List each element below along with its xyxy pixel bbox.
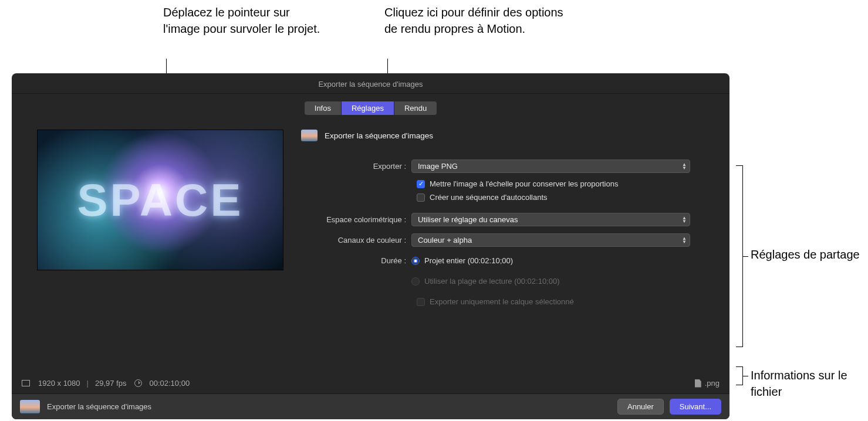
bracket-settings-line <box>743 256 748 257</box>
scale-checkbox[interactable]: ✓ <box>417 180 425 188</box>
bracket-fileinfo-line <box>743 376 748 376</box>
chevron-updown-icon: ▲▼ <box>682 163 687 170</box>
settings-panel: Exporter la séquence d'images Exporter :… <box>301 130 712 311</box>
colorspace-label: Espace colorimétrique : <box>301 215 411 224</box>
duration-full-radio[interactable] <box>411 257 420 265</box>
colorspace-value: Utiliser le réglage du canevas <box>418 215 518 224</box>
preset-icon <box>301 130 318 141</box>
footer-info: 1920 x 1080 | 29,97 fps 00:02:10;00 .png <box>22 379 720 388</box>
dimensions-icon <box>22 380 30 386</box>
callout-file-info: Informations sur le fichier <box>751 367 868 400</box>
footer-thumbnail <box>20 400 40 413</box>
duration-range-radio <box>411 277 420 286</box>
file-icon <box>695 379 701 388</box>
bracket-settings <box>736 165 743 347</box>
export-format-select[interactable]: Image PNG ▲▼ <box>411 159 690 173</box>
sticker-checkbox[interactable] <box>417 193 425 202</box>
file-ext-value: .png <box>705 379 720 388</box>
sticker-checkbox-label: Créer une séquence d'autocollants <box>430 193 548 202</box>
tab-infos[interactable]: Infos <box>305 101 341 115</box>
callout-preview: Déplacez le pointeur sur l'image pour su… <box>163 4 327 37</box>
scale-checkbox-label: Mettre l'image à l'échelle pour conserve… <box>430 179 618 188</box>
settings-header: Exporter la séquence d'images <box>301 130 712 141</box>
fps-value: 29,97 fps <box>95 379 127 388</box>
export-label: Exporter : <box>301 162 411 171</box>
export-layer-checkbox <box>417 298 425 306</box>
footer-title: Exporter la séquence d'images <box>47 402 151 411</box>
duration-range-label: Utiliser la plage de lecture (00:02:10;0… <box>424 277 560 286</box>
export-dialog: Exporter la séquence d'images Infos Régl… <box>12 73 729 419</box>
chevron-updown-icon: ▲▼ <box>682 216 687 223</box>
export-layer-label: Exporter uniquement le calque sélectionn… <box>430 297 574 306</box>
bracket-fileinfo <box>736 366 743 385</box>
export-format-value: Image PNG <box>418 162 458 171</box>
settings-header-label: Exporter la séquence d'images <box>325 131 433 140</box>
dimensions-value: 1920 x 1080 <box>38 379 80 388</box>
dialog-title: Exporter la séquence d'images <box>12 73 729 94</box>
duration-value: 00:02:10;00 <box>149 379 190 388</box>
clock-icon <box>134 379 142 387</box>
chevron-updown-icon: ▲▼ <box>682 237 687 244</box>
channels-value: Couleur + alpha <box>418 236 472 245</box>
callout-share-settings: Réglages de partage <box>751 246 860 263</box>
channels-select[interactable]: Couleur + alpha ▲▼ <box>411 233 690 247</box>
preview-text: SPACE <box>77 174 244 227</box>
callout-rendu: Cliquez ici pour définir des options de … <box>384 4 572 37</box>
tab-bar: Infos Réglages Rendu <box>12 94 729 121</box>
channels-label: Canaux de couleur : <box>301 236 411 245</box>
footer-bar: Exporter la séquence d'images Annuler Su… <box>12 393 729 419</box>
duration-full-label: Projet entier (00:02:10;00) <box>424 256 513 265</box>
tab-rendu[interactable]: Rendu <box>394 101 437 115</box>
next-button[interactable]: Suivant... <box>670 399 721 415</box>
tab-reglages[interactable]: Réglages <box>342 101 394 115</box>
duration-label: Durée : <box>301 256 411 265</box>
cancel-button[interactable]: Annuler <box>617 399 664 415</box>
preview-thumbnail[interactable]: SPACE <box>37 130 283 270</box>
colorspace-select[interactable]: Utiliser le réglage du canevas ▲▼ <box>411 213 690 226</box>
